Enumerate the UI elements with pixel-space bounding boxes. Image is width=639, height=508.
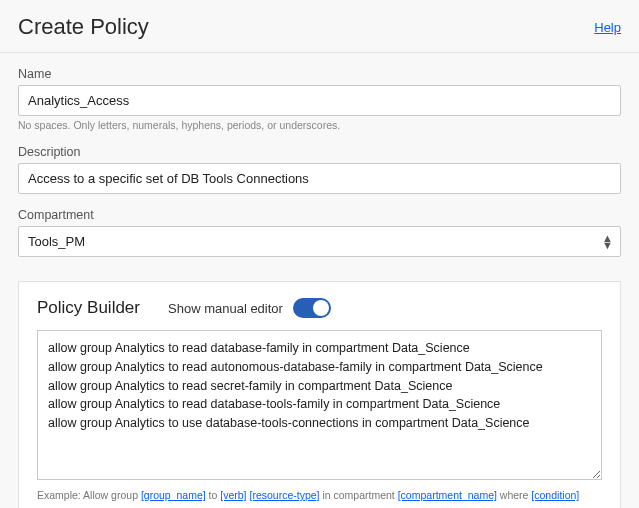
example-condition-placeholder[interactable]: [condition] [531, 489, 579, 501]
example-verb-placeholder[interactable]: [verb] [220, 489, 246, 501]
example-resource-placeholder[interactable]: [resource-type] [249, 489, 319, 501]
example-group-placeholder[interactable]: [group_name] [141, 489, 206, 501]
compartment-select[interactable]: Tools_PM [18, 226, 621, 257]
policy-builder-panel: Policy Builder Show manual editor Exampl… [18, 281, 621, 508]
policy-example-hint: Example: Allow group [group_name] to [ve… [37, 488, 602, 503]
page-title: Create Policy [18, 14, 149, 40]
form-area: Name No spaces. Only letters, numerals, … [0, 53, 639, 273]
name-label: Name [18, 67, 621, 81]
example-compartment-placeholder[interactable]: [compartment_name] [398, 489, 497, 501]
description-input[interactable] [18, 163, 621, 194]
page-header: Create Policy Help [0, 0, 639, 53]
description-field-block: Description [18, 145, 621, 194]
manual-editor-toggle[interactable] [293, 298, 331, 318]
policy-editor-textarea[interactable] [37, 330, 602, 480]
policy-builder-title: Policy Builder [37, 298, 140, 318]
compartment-field-block: Compartment Tools_PM ▲▼ [18, 208, 621, 257]
name-hint: No spaces. Only letters, numerals, hyphe… [18, 119, 621, 131]
name-input[interactable] [18, 85, 621, 116]
manual-editor-toggle-label: Show manual editor [168, 301, 283, 316]
toggle-knob [313, 300, 329, 316]
name-field-block: Name No spaces. Only letters, numerals, … [18, 67, 621, 131]
compartment-label: Compartment [18, 208, 621, 222]
help-link[interactable]: Help [594, 20, 621, 35]
description-label: Description [18, 145, 621, 159]
